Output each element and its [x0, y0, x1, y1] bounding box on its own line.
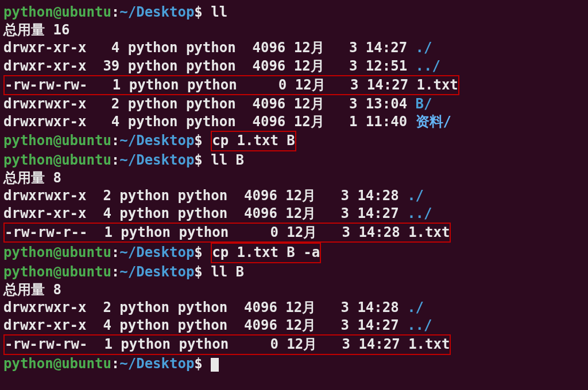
prompt-path: ~/Desktop [119, 356, 194, 372]
terminal-line: -rw-rw-rw- 1 python python 0 12月 3 14:27… [3, 75, 585, 95]
terminal-line: drwxr-xr-x 39 python python 4096 12月 3 1… [3, 57, 585, 75]
prompt-colon: : [111, 356, 119, 372]
command: ll [211, 4, 227, 20]
terminal-line: python@ubuntu:~/Desktop$ ll [3, 3, 585, 21]
file-name: B/ [416, 96, 432, 112]
highlighted-row: -rw-rw-rw- 1 python python 0 12月 3 14:27… [3, 75, 459, 95]
terminal-line: drwxrwxr-x 2 python python 4096 12月 3 13… [3, 95, 585, 113]
prompt-colon: : [111, 264, 119, 280]
terminal-line: 总用量 8 [3, 281, 585, 299]
terminal-line: drwxr-xr-x 4 python python 4096 12月 3 14… [3, 205, 585, 223]
terminal-line: drwxr-xr-x 4 python python 4096 12月 3 14… [3, 317, 585, 334]
file-name: ../ [416, 58, 440, 74]
terminal-line: python@ubuntu:~/Desktop$ [3, 355, 585, 373]
prompt-dollar: $ [194, 244, 211, 260]
prompt-dollar: $ [194, 132, 211, 149]
file-perms: -rw-rw-r-- 1 python python 0 12月 3 14:28 [5, 224, 408, 240]
prompt-dollar: $ [194, 356, 211, 372]
prompt-user: python@ubuntu [3, 244, 111, 260]
prompt-user: python@ubuntu [3, 132, 111, 149]
highlighted-row: -rw-rw-r-- 1 python python 0 12月 3 14:28… [3, 223, 451, 243]
file-name: ./ [416, 40, 432, 56]
terminal-line: drwxr-xr-x 4 python python 4096 12月 3 14… [3, 39, 585, 57]
command-highlighted: cp 1.txt B -a [211, 243, 321, 263]
file-perms: drwxrwxr-x 4 python python 4096 12月 1 11… [3, 114, 416, 130]
terminal-line: drwxrwxr-x 2 python python 4096 12月 3 14… [3, 187, 585, 205]
cursor [211, 358, 219, 372]
file-name: ../ [407, 317, 432, 333]
prompt-user: python@ubuntu [3, 152, 111, 168]
file-name: 1.txt [408, 224, 450, 240]
terminal-line: drwxrwxr-x 4 python python 4096 12月 1 11… [3, 113, 585, 131]
terminal-line: 总用量 8 [3, 169, 585, 187]
prompt-colon: : [111, 132, 119, 149]
file-perms: drwxrwxr-x 2 python python 4096 12月 3 13… [3, 96, 416, 112]
file-name: 资料/ [416, 114, 451, 130]
terminal-line: python@ubuntu:~/Desktop$ cp 1.txt B -a [3, 243, 585, 263]
terminal-output[interactable]: python@ubuntu:~/Desktop$ ll总用量 16drwxr-x… [3, 3, 585, 373]
terminal-line: python@ubuntu:~/Desktop$ ll B [3, 263, 585, 281]
terminal-line: python@ubuntu:~/Desktop$ cp 1.txt B [3, 131, 585, 151]
prompt-user: python@ubuntu [3, 4, 111, 20]
output-text: 总用量 8 [3, 170, 61, 186]
terminal-line: -rw-rw-rw- 1 python python 0 12月 3 14:27… [3, 334, 585, 354]
file-perms: drwxrwxr-x 2 python python 4096 12月 3 14… [3, 188, 407, 204]
prompt-dollar: $ [194, 264, 211, 280]
file-name: ./ [407, 299, 424, 315]
terminal-line: 总用量 16 [3, 21, 585, 39]
file-perms: drwxr-xr-x 4 python python 4096 12月 3 14… [3, 205, 407, 221]
prompt-path: ~/Desktop [119, 264, 194, 280]
prompt-dollar: $ [194, 4, 211, 20]
output-text: 总用量 8 [3, 282, 61, 298]
file-perms: -rw-rw-rw- 1 python python 0 12月 3 14:27 [5, 77, 417, 93]
file-name: 1.txt [408, 336, 450, 352]
prompt-user: python@ubuntu [3, 264, 111, 280]
file-name: 1.txt [417, 77, 458, 93]
highlighted-row: -rw-rw-rw- 1 python python 0 12月 3 14:27… [3, 334, 451, 354]
terminal-line: python@ubuntu:~/Desktop$ ll B [3, 151, 585, 169]
file-name: ./ [407, 188, 424, 204]
file-perms: drwxrwxr-x 2 python python 4096 12月 3 14… [3, 299, 407, 315]
prompt-colon: : [111, 244, 119, 260]
command-highlighted: cp 1.txt B [211, 131, 296, 151]
file-perms: drwxr-xr-x 4 python python 4096 12月 3 14… [3, 40, 416, 56]
command: ll B [211, 264, 244, 280]
file-perms: drwxr-xr-x 4 python python 4096 12月 3 14… [3, 317, 407, 333]
file-perms: drwxr-xr-x 39 python python 4096 12月 3 1… [3, 58, 416, 74]
output-text: 总用量 16 [3, 22, 69, 38]
prompt-user: python@ubuntu [3, 356, 111, 372]
file-name: ../ [407, 205, 432, 221]
prompt-path: ~/Desktop [119, 244, 194, 260]
command: ll B [211, 152, 244, 168]
terminal-line: -rw-rw-r-- 1 python python 0 12月 3 14:28… [3, 223, 585, 243]
prompt-colon: : [111, 4, 119, 20]
prompt-path: ~/Desktop [119, 132, 194, 149]
file-perms: -rw-rw-rw- 1 python python 0 12月 3 14:27 [5, 336, 408, 352]
terminal-line: drwxrwxr-x 2 python python 4096 12月 3 14… [3, 299, 585, 317]
prompt-path: ~/Desktop [119, 152, 194, 168]
prompt-colon: : [111, 152, 119, 168]
prompt-dollar: $ [194, 152, 211, 168]
prompt-path: ~/Desktop [119, 4, 194, 20]
